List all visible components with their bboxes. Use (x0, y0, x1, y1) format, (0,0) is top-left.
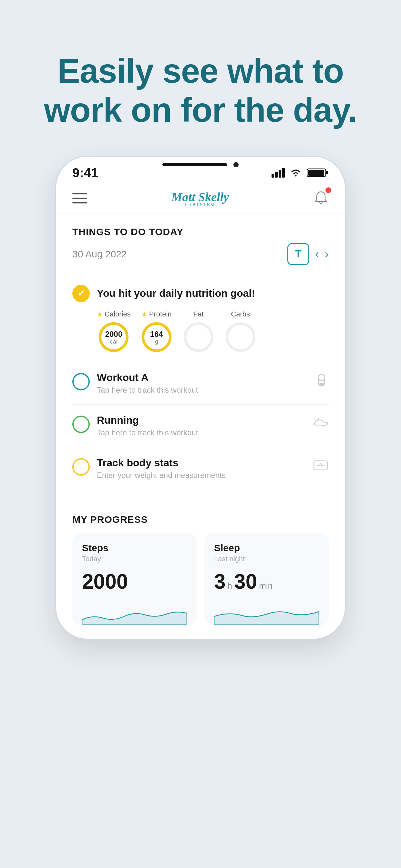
sleep-hours-unit: h (227, 581, 232, 591)
star-icon: ★ (142, 310, 147, 318)
fat-stat: Fat (182, 310, 215, 354)
sleep-value: 3 h 30 min (214, 569, 319, 593)
hero-line-2: work on for the day. (44, 91, 357, 129)
status-time: 9:41 (72, 166, 98, 180)
carbs-stat: Carbs (224, 310, 257, 354)
notification-badge (326, 187, 331, 193)
task-info-stats: Track body stats Enter your weight and m… (97, 457, 226, 480)
nutrition-title: You hit your daily nutrition goal! (97, 287, 255, 299)
task-name: Track body stats (97, 457, 226, 469)
section-title: THINGS TO DO TODAY (72, 226, 329, 237)
check-icon: ✓ (78, 288, 85, 299)
task-sub: Tap here to track this workout (97, 428, 198, 437)
nutrition-stats: ★ Calories 2000 cal (72, 310, 329, 354)
task-circle-workout (72, 373, 90, 391)
hamburger-line (72, 197, 87, 199)
hero-title: Easily see what to work on for the day. (32, 52, 369, 130)
carbs-label: Carbs (231, 310, 250, 318)
hamburger-line (72, 193, 87, 194)
hero-line-1: Easily see what to (58, 52, 344, 90)
task-circle-running (72, 415, 90, 433)
task-name: Workout A (97, 372, 198, 383)
task-circle-stats (72, 458, 90, 476)
battery-icon (307, 167, 329, 178)
fat-ring-svg (182, 321, 215, 353)
task-sub: Tap here to track this workout (97, 385, 198, 395)
fat-label: Fat (193, 310, 204, 318)
notch (143, 157, 258, 173)
nutrition-check: ✓ (72, 285, 90, 302)
prev-day-button[interactable]: ‹ (315, 247, 319, 261)
task-left: Track body stats Enter your weight and m… (72, 457, 226, 480)
next-day-button[interactable]: › (325, 247, 329, 261)
task-left: Workout A Tap here to track this workout (72, 372, 198, 395)
sleep-label: Sleep (214, 542, 319, 554)
calories-ring: 2000 cal (97, 321, 130, 354)
task-running[interactable]: Running Tap here to track this workout (72, 405, 329, 447)
sleep-minutes-unit: min (259, 581, 273, 591)
hamburger-line (72, 202, 87, 204)
notch-bar (162, 163, 227, 166)
progress-section: MY PROGRESS Steps Today 2000 Sleep Last … (56, 502, 345, 626)
date-navigation: T ‹ › (287, 243, 329, 265)
wifi-icon (289, 168, 302, 178)
logo-name: Matt Skelly (172, 190, 229, 204)
progress-cards: Steps Today 2000 Sleep Last night 3 h 30… (72, 533, 329, 626)
hero-section: Easily see what to work on for the day. (0, 0, 401, 156)
shoe-icon (312, 415, 329, 430)
steps-label: Steps (82, 542, 187, 554)
sleep-minutes: 30 (234, 569, 257, 593)
today-button[interactable]: T (287, 243, 309, 265)
app-logo: Matt Skelly TRAINING (172, 190, 229, 207)
carbs-ring-svg (224, 321, 257, 353)
star-icon: ★ (97, 310, 103, 318)
svg-point-7 (185, 323, 212, 351)
task-sub: Enter your weight and measurements (97, 471, 226, 480)
current-date: 30 Aug 2022 (72, 249, 127, 259)
phone-mockup: 9:41 (55, 156, 346, 640)
sleep-hours: 3 (214, 569, 226, 593)
nutrition-header: ✓ You hit your daily nutrition goal! (72, 285, 329, 302)
protein-label: ★ Protein (142, 310, 172, 318)
status-icons (272, 167, 329, 178)
task-info-running: Running Tap here to track this workout (97, 414, 198, 437)
calories-stat: ★ Calories 2000 cal (97, 310, 131, 354)
svg-point-8 (227, 323, 254, 351)
signal-icon (272, 168, 285, 178)
protein-value: 164 g (150, 330, 163, 345)
carbs-ring (224, 321, 257, 354)
task-name: Running (97, 414, 198, 426)
svg-rect-11 (314, 461, 328, 470)
task-body-stats[interactable]: Track body stats Enter your weight and m… (72, 447, 329, 490)
svg-rect-2 (308, 170, 324, 176)
main-content: THINGS TO DO TODAY 30 Aug 2022 T ‹ › ✓ Y… (56, 213, 345, 502)
task-workout-a[interactable]: Workout A Tap here to track this workout (72, 362, 329, 405)
date-row: 30 Aug 2022 T ‹ › (72, 243, 329, 271)
svg-rect-1 (326, 171, 328, 175)
scale-icon (312, 458, 329, 475)
protein-stat: ★ Protein 164 g (141, 310, 173, 354)
fat-ring (182, 321, 215, 354)
sleep-period: Last night (214, 555, 319, 563)
sleep-card: Sleep Last night 3 h 30 min (204, 533, 329, 626)
task-left: Running Tap here to track this workout (72, 414, 198, 437)
kettlebell-icon (314, 373, 329, 390)
calories-value: 2000 cal (105, 330, 122, 345)
steps-card: Steps Today 2000 (72, 533, 197, 626)
progress-title: MY PROGRESS (72, 514, 329, 525)
notification-bell[interactable] (313, 190, 329, 207)
steps-value: 2000 (82, 569, 187, 593)
hamburger-menu[interactable] (72, 193, 87, 204)
app-header: Matt Skelly TRAINING (56, 183, 345, 213)
protein-ring: 164 g (141, 321, 173, 354)
task-info-workout: Workout A Tap here to track this workout (97, 372, 198, 395)
steps-wave-chart (82, 602, 187, 624)
nutrition-card: ✓ You hit your daily nutrition goal! ★ C… (72, 278, 329, 362)
sleep-wave-chart (214, 602, 319, 624)
calories-label: ★ Calories (97, 310, 131, 318)
steps-period: Today (82, 555, 187, 563)
notch-dot (234, 162, 239, 167)
